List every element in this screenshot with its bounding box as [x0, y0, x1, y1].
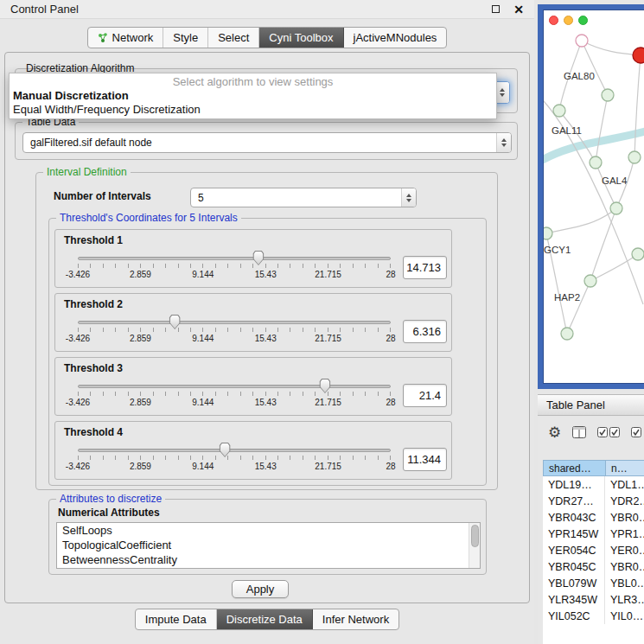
- tab-style[interactable]: Style: [163, 28, 208, 48]
- table-row[interactable]: YDR27…YDR2…: [543, 493, 644, 509]
- table-data-combo[interactable]: galFiltered.sif default node: [22, 132, 512, 153]
- network-node[interactable]: [628, 151, 641, 163]
- slider-track[interactable]: [78, 257, 391, 260]
- scrollbar-thumb[interactable]: [471, 525, 479, 547]
- tab-discretize-data[interactable]: Discretize Data: [217, 609, 313, 629]
- threshold-4-slider[interactable]: -3.426 2.859 9.144 15.43 21.715 28: [78, 441, 391, 475]
- network-node[interactable]: [610, 202, 622, 214]
- tab-impute-data[interactable]: Impute Data: [136, 609, 217, 629]
- minimize-window-icon[interactable]: [564, 16, 573, 25]
- slider-track[interactable]: [78, 449, 391, 452]
- cell-name[interactable]: YBL0…: [605, 575, 644, 591]
- threshold-1-value-field[interactable]: [403, 256, 447, 279]
- network-node[interactable]: [602, 89, 614, 101]
- option-equal-width-frequency[interactable]: Equal Width/Frequency Discretization: [10, 103, 496, 117]
- cell-name[interactable]: YBR0…: [605, 509, 644, 526]
- tab-cyni-toolbox[interactable]: Cyni Toolbox: [259, 28, 343, 48]
- network-icon: [98, 33, 108, 43]
- list-item[interactable]: TopologicalCoefficient: [57, 538, 480, 552]
- threshold-2-panel: Threshold 2 -3.426 2.859 9.144 15.43 21.…: [54, 293, 452, 352]
- table-row[interactable]: YBR043CYBR0…: [543, 509, 644, 526]
- close-icon[interactable]: ✕: [513, 3, 524, 16]
- bottom-tabbar: Impute Data Discretize Data Infer Networ…: [0, 609, 534, 630]
- cell-shared-name[interactable]: YPR145W: [543, 526, 605, 542]
- network-canvas: GAL80GAL11GAL4GCY1HAP2: [544, 10, 644, 384]
- cell-name[interactable]: YPR1…: [605, 526, 644, 542]
- cell-shared-name[interactable]: YIL052C: [543, 608, 605, 624]
- network-node[interactable]: [633, 48, 644, 63]
- table-row[interactable]: YDL19…YDL1…: [543, 476, 644, 493]
- network-node[interactable]: [553, 105, 565, 117]
- slider-thumb[interactable]: [319, 379, 330, 393]
- slider-scale: -3.426 2.859 9.144 15.43 21.715 28: [78, 334, 391, 344]
- network-node-label: GAL4: [602, 175, 628, 186]
- slider-thumb[interactable]: [252, 251, 264, 265]
- column-header-name[interactable]: n…: [605, 460, 644, 476]
- window-controls: [549, 16, 588, 25]
- threshold-2-slider[interactable]: -3.426 2.859 9.144 15.43 21.715 28: [78, 313, 391, 348]
- combo-arrows-icon[interactable]: [496, 133, 511, 152]
- cell-name[interactable]: YBR0…: [605, 558, 644, 575]
- table-row[interactable]: YER054CYER0…: [543, 542, 644, 558]
- columns-icon[interactable]: [572, 426, 586, 438]
- network-canvas-area[interactable]: GAL80GAL11GAL4GCY1HAP2: [543, 10, 644, 384]
- threshold-3-slider[interactable]: -3.426 2.859 9.144 15.43 21.715 28: [78, 377, 391, 411]
- cell-name[interactable]: YDL1…: [605, 476, 644, 493]
- cell-shared-name[interactable]: YLR345W: [543, 591, 605, 608]
- tab-jactivemnodules[interactable]: jActiveMNodules: [344, 28, 447, 48]
- network-node[interactable]: [576, 35, 588, 47]
- cell-shared-name[interactable]: YDR27…: [543, 493, 605, 509]
- cell-shared-name[interactable]: YBL079W: [543, 575, 605, 591]
- table-row[interactable]: YIL052CYIL0…: [543, 608, 644, 624]
- spinner-arrows-icon[interactable]: [401, 188, 416, 207]
- list-item[interactable]: SelfLoops: [57, 523, 480, 538]
- threshold-2-value-field[interactable]: [403, 320, 447, 343]
- scale-label: 21.715: [315, 398, 341, 407]
- tab-infer-network[interactable]: Infer Network: [313, 609, 399, 629]
- list-item[interactable]: BetweennessCentrality: [57, 552, 480, 567]
- slider-track[interactable]: [78, 385, 391, 388]
- bottom-tabstrip: Impute Data Discretize Data Infer Networ…: [135, 609, 399, 630]
- cell-name[interactable]: YIL0…: [605, 608, 644, 624]
- scale-label: 21.715: [315, 270, 341, 279]
- close-window-icon[interactable]: [549, 16, 558, 25]
- tab-select[interactable]: Select: [208, 28, 259, 48]
- slider-thumb[interactable]: [220, 443, 231, 457]
- network-node[interactable]: [584, 275, 596, 287]
- option-manual-discretization[interactable]: Manual Discretization: [10, 89, 496, 103]
- network-node[interactable]: [590, 156, 602, 169]
- slider-ticks: [78, 328, 391, 332]
- network-node[interactable]: [561, 328, 573, 340]
- cell-shared-name[interactable]: YBR045C: [543, 558, 605, 575]
- threshold-1-slider[interactable]: -3.426 2.859 9.144 15.43 21.715 28: [78, 249, 391, 284]
- network-node[interactable]: [632, 248, 644, 260]
- threshold-3-value-field[interactable]: [403, 384, 447, 407]
- num-intervals-spinner[interactable]: 5: [190, 188, 417, 207]
- slider-thumb[interactable]: [169, 315, 181, 329]
- gear-icon[interactable]: ⚙: [548, 425, 561, 440]
- table-row[interactable]: YBL079WYBL0…: [543, 575, 644, 591]
- float-window-icon[interactable]: [492, 5, 500, 13]
- table-row[interactable]: YLR345WYLR3…: [543, 591, 644, 608]
- function-icon[interactable]: [631, 427, 643, 437]
- cell-name[interactable]: YLR3…: [605, 591, 644, 608]
- network-node[interactable]: [544, 227, 552, 239]
- table-panel-header[interactable]: Table Panel: [538, 394, 644, 416]
- cell-shared-name[interactable]: YER054C: [543, 542, 605, 558]
- threshold-4-value-field[interactable]: [403, 448, 447, 471]
- apply-button[interactable]: Apply: [232, 580, 289, 598]
- table-row[interactable]: YPR145WYPR1…: [543, 526, 644, 542]
- threshold-3-panel: Threshold 3 -3.426 2.859 9.144 15.43 21.…: [54, 357, 452, 416]
- scale-label: 15.43: [255, 270, 277, 279]
- column-header-shared-name[interactable]: shared…: [543, 460, 605, 476]
- cell-name[interactable]: YDR2…: [605, 493, 644, 509]
- select-all-checkbox-icon[interactable]: [597, 427, 620, 437]
- slider-track[interactable]: [78, 321, 391, 324]
- table-row[interactable]: YBR045CYBR0…: [543, 558, 644, 575]
- tab-network[interactable]: Network: [88, 28, 164, 48]
- cell-shared-name[interactable]: YDL19…: [543, 476, 605, 493]
- list-scrollbar[interactable]: [469, 523, 480, 568]
- cell-shared-name[interactable]: YBR043C: [543, 509, 605, 526]
- cell-name[interactable]: YER0…: [605, 542, 644, 558]
- maximize-window-icon[interactable]: [578, 16, 588, 25]
